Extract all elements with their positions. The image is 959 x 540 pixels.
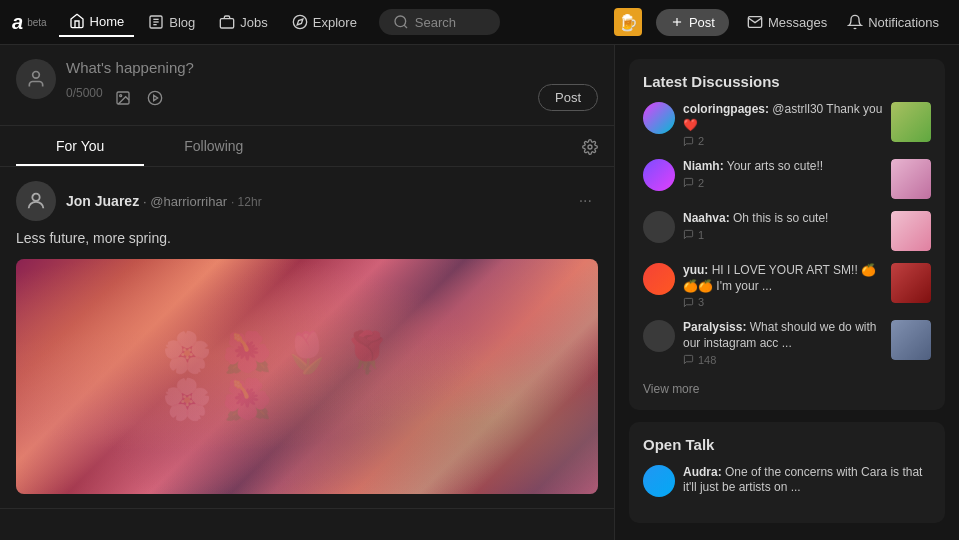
discussion-item[interactable]: Naahva: Oh this is so cute! 1	[643, 211, 931, 251]
messages-icon	[747, 14, 763, 30]
search-label: Search	[415, 15, 456, 30]
post-author-handle: · @harriorrihar	[143, 194, 227, 209]
open-talk-content: Audra: One of the concerns with Cara is …	[683, 465, 931, 496]
disc-thumb-5	[891, 320, 931, 360]
comment-icon	[683, 297, 694, 308]
navbar: a beta Home Blog Jobs Explore Search 🍺 P…	[0, 0, 959, 45]
svg-point-13	[119, 94, 121, 96]
home-icon	[69, 13, 85, 29]
disc-text-4: yuu: HI I LOVE YOUR ART SM!! 🍊🍊🍊 I'm you…	[683, 263, 883, 294]
open-talk-text: Audra: One of the concerns with Cara is …	[683, 465, 931, 496]
search-icon	[393, 14, 409, 30]
post-author-name: Jon Juarez	[66, 193, 139, 209]
user-avatar	[16, 59, 56, 99]
nav-explore[interactable]: Explore	[282, 8, 367, 36]
latest-discussions-section: Latest Discussions coloringpages: @astrl…	[629, 59, 945, 410]
discussion-item[interactable]: Niamh: Your arts so cute!! 2	[643, 159, 931, 199]
feed-column: What's happening? 0/5000 Post	[0, 45, 615, 540]
disc-text-3: Naahva: Oh this is so cute!	[683, 211, 883, 227]
nav-jobs-label: Jobs	[240, 15, 267, 30]
bell-icon	[847, 14, 863, 30]
post-more-button[interactable]: ···	[573, 188, 598, 214]
tabs-settings-btn[interactable]	[582, 137, 598, 155]
search-bar[interactable]: Search	[379, 9, 501, 35]
disc-comments-4: 3	[683, 296, 883, 308]
post-author-info: Jon Juarez · @harriorrihar · 12hr	[66, 193, 563, 209]
svg-marker-6	[297, 19, 303, 25]
svg-marker-15	[153, 95, 157, 100]
notifications-nav[interactable]: Notifications	[839, 8, 947, 36]
disc-avatar-3	[643, 211, 675, 243]
open-talk-avatar	[643, 465, 675, 497]
beer-icon-btn[interactable]: 🍺	[614, 8, 642, 36]
disc-thumb-1	[891, 102, 931, 142]
svg-point-14	[148, 91, 161, 104]
tab-for-you[interactable]: For You	[16, 126, 144, 166]
post-author-avatar	[16, 181, 56, 221]
svg-line-8	[404, 25, 407, 28]
comment-icon	[683, 136, 694, 147]
disc-thumb-2	[891, 159, 931, 199]
disc-content-4: yuu: HI I LOVE YOUR ART SM!! 🍊🍊🍊 I'm you…	[683, 263, 883, 308]
beta-badge: beta	[27, 17, 46, 28]
latest-discussions-title: Latest Discussions	[643, 73, 931, 90]
disc-comments-2: 2	[683, 177, 883, 189]
disc-avatar-4	[643, 263, 675, 295]
disc-avatar-5	[643, 320, 675, 352]
disc-text-2: Niamh: Your arts so cute!!	[683, 159, 883, 175]
open-talk-item[interactable]: Audra: One of the concerns with Cara is …	[643, 465, 931, 497]
comment-icon	[683, 177, 694, 188]
disc-comments-3: 1	[683, 229, 883, 241]
video-icon	[147, 90, 163, 106]
svg-point-7	[395, 16, 406, 27]
image-upload-btn[interactable]	[111, 86, 135, 110]
messages-nav[interactable]: Messages	[739, 8, 835, 36]
nav-explore-label: Explore	[313, 15, 357, 30]
video-upload-btn[interactable]	[143, 86, 167, 110]
open-talk-section: Open Talk Audra: One of the concerns wit…	[629, 422, 945, 523]
logo-letter: a	[12, 11, 23, 34]
image-icon	[115, 90, 131, 106]
main-layout: What's happening? 0/5000 Post	[0, 45, 959, 540]
discussion-item[interactable]: Paralysiss: What should we do with our i…	[643, 320, 931, 365]
nav-jobs[interactable]: Jobs	[209, 8, 277, 36]
app-logo[interactable]: a beta	[12, 11, 47, 34]
explore-icon	[292, 14, 308, 30]
disc-content-5: Paralysiss: What should we do with our i…	[683, 320, 883, 365]
discussion-item[interactable]: yuu: HI I LOVE YOUR ART SM!! 🍊🍊🍊 I'm you…	[643, 263, 931, 308]
disc-avatar-1	[643, 102, 675, 134]
author-icon	[25, 190, 47, 212]
disc-content-1: coloringpages: @astrll30 Thank you ❤️ 2	[683, 102, 883, 147]
nav-blog-label: Blog	[169, 15, 195, 30]
disc-text-5: Paralysiss: What should we do with our i…	[683, 320, 883, 351]
comment-icon	[683, 229, 694, 240]
disc-avatar-2	[643, 159, 675, 191]
blog-icon	[148, 14, 164, 30]
post-submit-button[interactable]: Post	[538, 84, 598, 111]
discussion-item[interactable]: coloringpages: @astrll30 Thank you ❤️ 2	[643, 102, 931, 147]
sidebar: Latest Discussions coloringpages: @astrl…	[615, 45, 959, 540]
nav-blog[interactable]: Blog	[138, 8, 205, 36]
disc-comments-1: 2	[683, 135, 883, 147]
view-more-link[interactable]: View more	[643, 382, 699, 396]
jobs-icon	[219, 14, 235, 30]
user-icon	[26, 69, 46, 89]
nav-home[interactable]: Home	[59, 7, 135, 37]
svg-point-16	[588, 145, 592, 149]
disc-content-2: Niamh: Your arts so cute!! 2	[683, 159, 883, 189]
post-timestamp: · 12hr	[231, 195, 262, 209]
post-button[interactable]: Post	[656, 9, 729, 36]
settings-icon	[582, 139, 598, 155]
disc-text-1: coloringpages: @astrll30 Thank you ❤️	[683, 102, 883, 133]
post-button-label: Post	[689, 15, 715, 30]
tab-following[interactable]: Following	[144, 126, 283, 166]
disc-thumb-3	[891, 211, 931, 251]
disc-comments-5: 148	[683, 354, 883, 366]
feed-tabs: For You Following	[0, 126, 614, 167]
notifications-label: Notifications	[868, 15, 939, 30]
post-placeholder[interactable]: What's happening?	[66, 59, 598, 76]
post-image	[16, 259, 598, 494]
post-text: Less future, more spring.	[16, 229, 598, 249]
svg-point-5	[293, 15, 306, 28]
disc-thumb-4	[891, 263, 931, 303]
